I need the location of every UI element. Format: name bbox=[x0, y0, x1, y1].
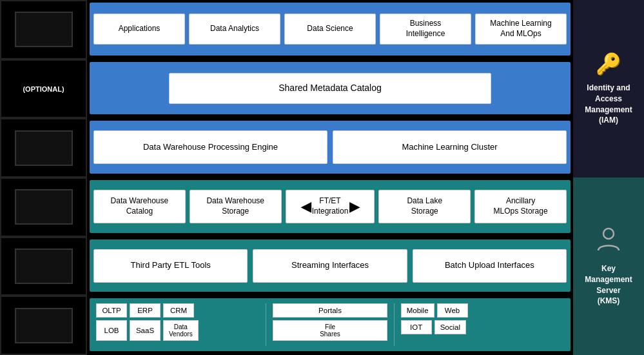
box-business-intelligence: BusinessIntelligence bbox=[380, 14, 471, 45]
row-metadata: Shared Metadata Catalog bbox=[87, 59, 573, 119]
box-web: Web bbox=[437, 303, 468, 318]
ftet-label: FT/ETIntegration bbox=[312, 196, 349, 216]
left-arrow: ◀ bbox=[301, 198, 311, 215]
row-storage: Data WarehouseCatalog Data WarehouseStor… bbox=[87, 178, 573, 237]
box-lob: LOB bbox=[96, 320, 127, 341]
box-dw-processing: Data Warehouse Processing Engine bbox=[93, 130, 327, 164]
box-batch-upload: Batch Upload Interfaces bbox=[413, 249, 567, 283]
source-row-2a: Portals bbox=[273, 303, 387, 318]
separator-2 bbox=[394, 303, 395, 346]
box-mobile: Mobile bbox=[401, 303, 434, 318]
source-group-3: Mobile Web IOT Social bbox=[401, 303, 564, 334]
iam-label: Identity andAccessManagement(IAM) bbox=[585, 83, 632, 126]
left-column: (OPTIONAL) bbox=[0, 0, 87, 355]
person-icon bbox=[596, 226, 621, 257]
box-datalake-storage: Data LakeStorage bbox=[378, 190, 471, 223]
box-shared-metadata: Shared Metadata Catalog bbox=[169, 73, 491, 104]
black-box-row1 bbox=[15, 12, 73, 47]
svg-point-0 bbox=[603, 228, 614, 239]
black-box-row3 bbox=[15, 130, 73, 166]
box-erp: ERP bbox=[130, 303, 161, 318]
center-column: Applications Data Analytics Data Science… bbox=[87, 0, 573, 355]
box-applications: Applications bbox=[93, 14, 185, 45]
row6-inner: OLTP ERP CRM LOB SaaS DataVendors Portal… bbox=[90, 298, 571, 351]
left-block-row3 bbox=[0, 118, 87, 178]
source-row-3b: IOT Social bbox=[401, 320, 564, 334]
box-saas: SaaS bbox=[130, 320, 161, 341]
key-icon: 🔑 bbox=[596, 52, 621, 76]
left-block-row1 bbox=[0, 0, 87, 59]
box-streaming-interfaces: Streaming Interfaces bbox=[253, 249, 407, 283]
box-file-shares: FileShares bbox=[273, 320, 387, 341]
optional-label: (OPTIONAL) bbox=[23, 85, 64, 93]
box-ftet-integration: ◀ FT/ETIntegration ▶ bbox=[286, 190, 375, 223]
box-ml-cluster: Machine Learning Cluster bbox=[333, 130, 567, 164]
left-block-row5 bbox=[0, 237, 87, 296]
box-mlops-storage: AncillaryMLOps Storage bbox=[474, 190, 567, 223]
box-data-vendors: DataVendors bbox=[163, 320, 199, 341]
row-dw-ml: Data Warehouse Processing Engine Machine… bbox=[87, 118, 573, 178]
row-applications: Applications Data Analytics Data Science… bbox=[87, 0, 573, 59]
row-sources: OLTP ERP CRM LOB SaaS DataVendors Portal… bbox=[87, 296, 573, 355]
box-ml-mlops: Machine LearningAnd MLOps bbox=[475, 14, 567, 45]
box-iot: IOT bbox=[401, 320, 432, 334]
source-group-2: Portals FileShares bbox=[273, 303, 387, 341]
box-third-party-etl: Third Party ETL Tools bbox=[93, 249, 248, 283]
kms-panel: KeyManagementServer(KMS) bbox=[573, 178, 644, 355]
box-data-analytics: Data Analytics bbox=[189, 14, 280, 45]
source-row-1a: OLTP ERP CRM bbox=[96, 303, 259, 318]
black-box-row6 bbox=[15, 308, 73, 343]
row4-inner: Data WarehouseCatalog Data WarehouseStor… bbox=[90, 180, 571, 233]
left-block-row6 bbox=[0, 296, 87, 355]
row-etl: Third Party ETL Tools Streaming Interfac… bbox=[87, 237, 573, 296]
right-arrow: ▶ bbox=[349, 198, 359, 215]
box-dw-catalog: Data WarehouseCatalog bbox=[93, 190, 186, 223]
main-container: (OPTIONAL) Applications Data Analytics D… bbox=[0, 0, 644, 355]
right-column: 🔑 Identity andAccessManagement(IAM) KeyM… bbox=[573, 0, 644, 355]
box-portals: Portals bbox=[273, 303, 387, 318]
source-row-3a: Mobile Web bbox=[401, 303, 564, 318]
black-box-row5 bbox=[15, 249, 73, 284]
row2-inner: Shared Metadata Catalog bbox=[90, 62, 571, 115]
source-group-1: OLTP ERP CRM LOB SaaS DataVendors bbox=[96, 303, 259, 341]
left-block-row2: (OPTIONAL) bbox=[0, 59, 87, 119]
black-box-row4 bbox=[15, 189, 73, 225]
box-dw-storage: Data WarehouseStorage bbox=[190, 190, 282, 223]
left-block-row4 bbox=[0, 178, 87, 237]
separator-1 bbox=[266, 303, 266, 346]
row5-inner: Third Party ETL Tools Streaming Interfac… bbox=[90, 239, 571, 292]
box-oltp: OLTP bbox=[96, 303, 127, 318]
source-row-1b: LOB SaaS DataVendors bbox=[96, 320, 259, 341]
box-crm: CRM bbox=[163, 303, 194, 318]
row3-inner: Data Warehouse Processing Engine Machine… bbox=[90, 121, 571, 174]
row1-inner: Applications Data Analytics Data Science… bbox=[90, 3, 571, 56]
kms-label: KeyManagementServer(KMS) bbox=[585, 263, 632, 307]
box-data-science: Data Science bbox=[284, 14, 376, 45]
box-social: Social bbox=[434, 320, 466, 334]
iam-panel: 🔑 Identity andAccessManagement(IAM) bbox=[573, 0, 644, 178]
source-row-2b: FileShares bbox=[273, 320, 387, 341]
